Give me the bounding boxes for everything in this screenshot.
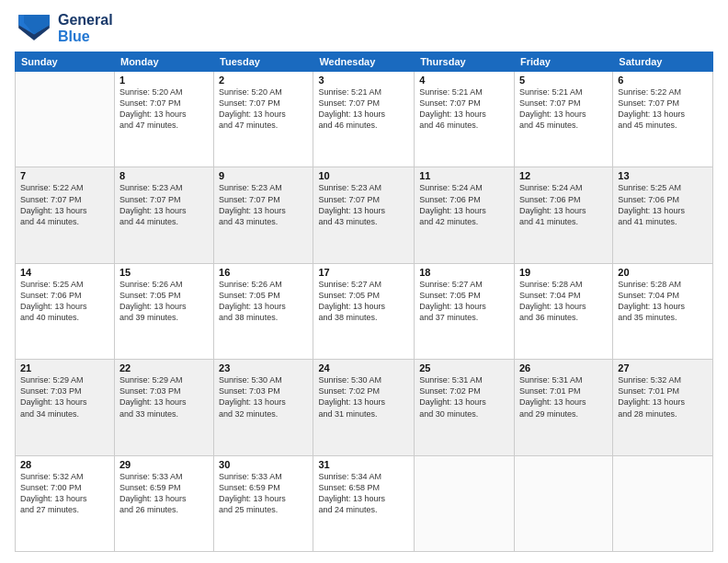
day-number: 26 [519,362,608,373]
day-number: 23 [219,362,308,373]
calendar-cell: 4Sunrise: 5:21 AM Sunset: 7:07 PM Daylig… [415,72,515,167]
calendar-cell: 20Sunrise: 5:28 AM Sunset: 7:04 PM Dayli… [613,263,713,359]
day-info: Sunrise: 5:29 AM Sunset: 7:03 PM Dayligh… [20,374,109,419]
header-sunday: Sunday [16,52,115,72]
day-info: Sunrise: 5:27 AM Sunset: 7:05 PM Dayligh… [318,279,409,324]
day-number: 5 [519,75,608,86]
day-info: Sunrise: 5:31 AM Sunset: 7:01 PM Dayligh… [519,374,608,419]
calendar-cell: 15Sunrise: 5:26 AM Sunset: 7:05 PM Dayli… [114,263,213,359]
header-monday: Monday [114,52,213,72]
calendar-cell: 6Sunrise: 5:22 AM Sunset: 7:07 PM Daylig… [613,72,713,167]
calendar: SundayMondayTuesdayWednesdayThursdayFrid… [15,52,713,552]
calendar-cell: 25Sunrise: 5:31 AM Sunset: 7:02 PM Dayli… [415,360,515,455]
day-number: 18 [419,267,509,278]
day-info: Sunrise: 5:21 AM Sunset: 7:07 PM Dayligh… [419,86,509,132]
calendar-cell: 5Sunrise: 5:21 AM Sunset: 7:07 PM Daylig… [514,72,612,167]
calendar-cell [514,455,612,551]
logo: General Blue [15,11,113,46]
day-number: 6 [618,75,708,86]
day-number: 3 [318,75,409,86]
calendar-cell [613,455,713,551]
calendar-cell: 9Sunrise: 5:23 AM Sunset: 7:07 PM Daylig… [214,167,313,263]
day-info: Sunrise: 5:28 AM Sunset: 7:04 PM Dayligh… [618,279,708,324]
day-info: Sunrise: 5:34 AM Sunset: 6:58 PM Dayligh… [318,471,409,516]
day-info: Sunrise: 5:33 AM Sunset: 6:59 PM Dayligh… [119,471,209,516]
day-info: Sunrise: 5:29 AM Sunset: 7:03 PM Dayligh… [119,374,209,419]
calendar-cell: 24Sunrise: 5:30 AM Sunset: 7:02 PM Dayli… [313,360,415,455]
day-number: 9 [219,170,308,181]
week-row-2: 7Sunrise: 5:22 AM Sunset: 7:07 PM Daylig… [16,167,713,263]
header: General Blue [15,11,713,46]
calendar-cell: 16Sunrise: 5:26 AM Sunset: 7:05 PM Dayli… [214,263,313,359]
calendar-cell: 2Sunrise: 5:20 AM Sunset: 7:07 PM Daylig… [214,72,313,167]
calendar-cell: 31Sunrise: 5:34 AM Sunset: 6:58 PM Dayli… [313,455,415,551]
day-info: Sunrise: 5:24 AM Sunset: 7:06 PM Dayligh… [419,182,509,227]
calendar-cell: 8Sunrise: 5:23 AM Sunset: 7:07 PM Daylig… [114,167,213,263]
day-info: Sunrise: 5:23 AM Sunset: 7:07 PM Dayligh… [119,182,209,227]
calendar-cell: 14Sunrise: 5:25 AM Sunset: 7:06 PM Dayli… [16,263,115,359]
day-number: 30 [219,459,308,470]
day-number: 25 [419,362,509,373]
day-info: Sunrise: 5:21 AM Sunset: 7:07 PM Dayligh… [519,86,608,132]
calendar-cell: 26Sunrise: 5:31 AM Sunset: 7:01 PM Dayli… [514,360,612,455]
day-info: Sunrise: 5:30 AM Sunset: 7:02 PM Dayligh… [318,374,409,419]
logo-words: General Blue [58,12,113,44]
header-thursday: Thursday [415,52,515,72]
calendar-cell: 30Sunrise: 5:33 AM Sunset: 6:59 PM Dayli… [214,455,313,551]
day-number: 4 [419,75,509,86]
calendar-cell: 19Sunrise: 5:28 AM Sunset: 7:04 PM Dayli… [514,263,612,359]
calendar-cell: 10Sunrise: 5:23 AM Sunset: 7:07 PM Dayli… [313,167,415,263]
day-info: Sunrise: 5:24 AM Sunset: 7:06 PM Dayligh… [519,182,608,227]
calendar-cell: 17Sunrise: 5:27 AM Sunset: 7:05 PM Dayli… [313,263,415,359]
calendar-cell: 18Sunrise: 5:27 AM Sunset: 7:05 PM Dayli… [415,263,515,359]
day-number: 21 [20,362,109,373]
logo-graphic: General Blue [15,11,113,46]
week-row-4: 21Sunrise: 5:29 AM Sunset: 7:03 PM Dayli… [16,360,713,455]
day-info: Sunrise: 5:27 AM Sunset: 7:05 PM Dayligh… [419,279,509,324]
calendar-cell [415,455,515,551]
day-number: 13 [618,170,708,181]
day-number: 22 [119,362,209,373]
day-number: 16 [219,267,308,278]
calendar-cell: 29Sunrise: 5:33 AM Sunset: 6:59 PM Dayli… [114,455,213,551]
day-number: 10 [318,170,409,181]
day-info: Sunrise: 5:33 AM Sunset: 6:59 PM Dayligh… [219,471,308,516]
page: General Blue SundayMondayTuesdayWednesda… [0,0,728,563]
day-number: 2 [219,75,308,86]
calendar-cell: 23Sunrise: 5:30 AM Sunset: 7:03 PM Dayli… [214,360,313,455]
day-info: Sunrise: 5:26 AM Sunset: 7:05 PM Dayligh… [119,279,209,324]
day-info: Sunrise: 5:25 AM Sunset: 7:06 PM Dayligh… [618,182,708,227]
day-number: 31 [318,459,409,470]
day-info: Sunrise: 5:25 AM Sunset: 7:06 PM Dayligh… [20,279,109,324]
header-tuesday: Tuesday [214,52,313,72]
week-row-3: 14Sunrise: 5:25 AM Sunset: 7:06 PM Dayli… [16,263,713,359]
day-info: Sunrise: 5:20 AM Sunset: 7:07 PM Dayligh… [219,86,308,132]
day-info: Sunrise: 5:23 AM Sunset: 7:07 PM Dayligh… [318,182,409,227]
day-info: Sunrise: 5:26 AM Sunset: 7:05 PM Dayligh… [219,279,308,324]
header-saturday: Saturday [613,52,713,72]
day-number: 14 [20,267,109,278]
day-number: 27 [618,362,708,373]
day-number: 19 [519,267,608,278]
week-row-1: 1Sunrise: 5:20 AM Sunset: 7:07 PM Daylig… [16,72,713,167]
calendar-cell: 21Sunrise: 5:29 AM Sunset: 7:03 PM Dayli… [16,360,115,455]
day-number: 15 [119,267,209,278]
calendar-cell: 11Sunrise: 5:24 AM Sunset: 7:06 PM Dayli… [415,167,515,263]
calendar-cell: 3Sunrise: 5:21 AM Sunset: 7:07 PM Daylig… [313,72,415,167]
logo-svg [15,11,53,46]
calendar-cell: 1Sunrise: 5:20 AM Sunset: 7:07 PM Daylig… [114,72,213,167]
calendar-cell: 13Sunrise: 5:25 AM Sunset: 7:06 PM Dayli… [613,167,713,263]
calendar-cell: 27Sunrise: 5:32 AM Sunset: 7:01 PM Dayli… [613,360,713,455]
day-info: Sunrise: 5:20 AM Sunset: 7:07 PM Dayligh… [119,86,209,132]
day-info: Sunrise: 5:22 AM Sunset: 7:07 PM Dayligh… [20,182,109,227]
day-info: Sunrise: 5:31 AM Sunset: 7:02 PM Dayligh… [419,374,509,419]
day-number: 29 [119,459,209,470]
day-number: 7 [20,170,109,181]
calendar-cell [16,72,115,167]
day-number: 12 [519,170,608,181]
calendar-cell: 22Sunrise: 5:29 AM Sunset: 7:03 PM Dayli… [114,360,213,455]
day-info: Sunrise: 5:21 AM Sunset: 7:07 PM Dayligh… [318,86,409,132]
day-number: 20 [618,267,708,278]
calendar-cell: 7Sunrise: 5:22 AM Sunset: 7:07 PM Daylig… [16,167,115,263]
day-number: 24 [318,362,409,373]
